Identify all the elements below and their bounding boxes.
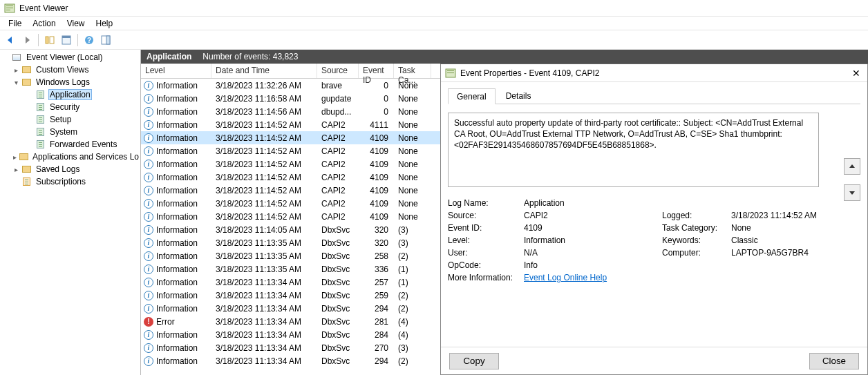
col-eventid[interactable]: Event ID [359,64,394,78]
tree-subscriptions[interactable]: ▸ Subscriptions [0,175,140,188]
menu-file[interactable]: File [3,17,27,30]
cell-eventid: 284 [359,330,394,340]
value-source: CAPI2 [524,211,662,220]
menu-view[interactable]: View [62,17,91,30]
dialog-titlebar[interactable]: Event Properties - Event 4109, CAPI2 ✕ [441,64,867,82]
cell-level: Information [156,94,198,104]
info-icon: i [144,133,153,143]
cell-task: None [394,186,431,195]
expander-icon[interactable]: ▸ [11,153,19,161]
col-task[interactable]: Task Ca... [394,64,431,78]
event-message[interactable]: Successful auto property update of third… [448,113,819,187]
menu-action[interactable]: Action [27,17,61,30]
label-user: User: [448,248,524,258]
navigation-tree[interactable]: ▸ Event Viewer (Local) ▸ Custom Views ▾ … [0,50,141,375]
expander-icon[interactable]: ▸ [11,66,21,74]
cell-task: None [394,146,431,156]
toolbar: ? [0,30,868,50]
info-icon: i [144,186,153,195]
copy-button[interactable]: Copy [449,353,499,369]
folder-icon [21,64,32,75]
cell-source: DbxSvc [317,278,359,287]
cell-level: Information [156,291,198,300]
cell-source: DbxSvc [317,343,359,353]
cell-task: (4) [394,330,431,340]
tree-saved-logs[interactable]: ▸ Saved Logs [0,163,140,175]
value-user: N/A [524,248,662,258]
cell-task: None [394,212,431,222]
cell-eventid: 320 [359,225,394,235]
tree-setup[interactable]: ▸ Setup [0,113,140,126]
prev-event-button[interactable] [844,158,860,175]
subscriptions-icon [21,176,32,187]
info-icon: i [144,107,153,117]
cell-level: Information [156,356,198,366]
forward-button[interactable] [19,32,35,48]
svg-text:?: ? [87,37,91,44]
title-bar: Event Viewer [0,0,868,17]
cell-source: CAPI2 [317,146,359,156]
more-info-link[interactable]: Event Log Online Help [524,273,607,282]
cell-eventid: 0 [359,81,394,90]
cell-task: None [394,94,431,104]
expander-icon[interactable]: ▾ [11,79,21,86]
col-date[interactable]: Date and Time [211,64,317,78]
label-taskcat: Task Category: [662,223,731,233]
cell-date: 3/18/2023 11:13:34 AM [211,317,317,327]
svg-rect-2 [6,8,13,8]
dialog-body: General Details Successful auto property… [441,82,867,347]
svg-rect-3 [6,10,10,10]
menu-help[interactable]: Help [91,17,119,30]
tree-system[interactable]: ▸ System [0,126,140,138]
cell-source: DbxSvc [317,317,359,327]
cell-eventid: 4109 [359,133,394,143]
cell-source: DbxSvc [317,265,359,274]
show-tree-button[interactable] [42,32,57,48]
tree-label: Saved Logs [35,164,81,174]
expander-icon[interactable]: ▸ [11,166,21,173]
col-source[interactable]: Source [317,64,359,78]
tab-details[interactable]: Details [497,88,540,104]
col-level[interactable]: Level [141,64,211,78]
cell-task: None [394,120,431,130]
panel-toggle-button[interactable] [98,32,113,48]
log-icon [35,139,46,150]
toolbar-separator [38,34,39,46]
back-button[interactable] [3,32,18,48]
info-icon: i [144,120,153,130]
cell-task: (2) [394,304,431,314]
next-event-button[interactable] [844,184,860,201]
value-computer: LAPTOP-9A5G7BR4 [731,248,862,258]
log-icon [35,114,46,125]
folder-icon [21,164,32,175]
tree-custom-views[interactable]: ▸ Custom Views [0,64,140,76]
cell-eventid: 4109 [359,173,394,182]
cell-date: 3/18/2023 11:13:34 AM [211,291,317,300]
cell-eventid: 4109 [359,160,394,169]
tree-windows-logs[interactable]: ▾ Windows Logs [0,76,140,88]
help-button[interactable]: ? [82,32,97,48]
tree-label: System [48,127,79,137]
cell-task: None [394,173,431,182]
cell-task: None [394,160,431,169]
tree-apps-services[interactable]: ▸ Applications and Services Lo [0,151,140,163]
tree-root[interactable]: ▸ Event Viewer (Local) [0,51,140,64]
cell-source: DbxSvc [317,330,359,340]
cell-source: CAPI2 [317,186,359,195]
cell-eventid: 294 [359,304,394,314]
events-header: Application Number of events: 43,823 [141,50,868,64]
cell-eventid: 4109 [359,146,394,156]
properties-button[interactable] [59,32,74,48]
cell-eventid: 294 [359,356,394,366]
close-icon[interactable]: ✕ [849,68,863,79]
close-button[interactable]: Close [809,353,859,369]
cell-source: gupdate [317,94,359,104]
tree-security[interactable]: ▸ Security [0,101,140,113]
cell-level: Information [156,251,198,261]
tree-forwarded-events[interactable]: ▸ Forwarded Events [0,138,140,151]
cell-level: Information [156,343,198,353]
cell-date: 3/18/2023 11:14:52 AM [211,173,317,182]
cell-task: None [394,133,431,143]
tab-general[interactable]: General [448,88,496,104]
tree-application[interactable]: ▸ Application [0,88,140,101]
